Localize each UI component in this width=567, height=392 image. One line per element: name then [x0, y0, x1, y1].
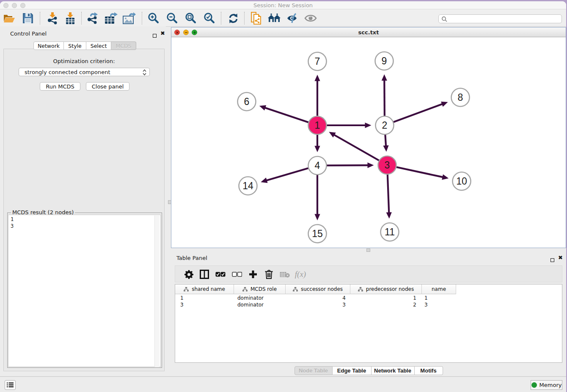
network-frame-titlebar[interactable]: scc.txt	[171, 28, 566, 37]
tab-node-table[interactable]: Node Table	[295, 366, 333, 375]
column-header-3[interactable]: predecessor nodes	[350, 284, 422, 294]
tab-network-table[interactable]: Network Table	[372, 366, 415, 375]
table-select-all-button[interactable]	[214, 268, 227, 281]
control-panel-close-button[interactable]: ✖	[160, 31, 165, 36]
control-panel: Control Panel ✖ Network Style Select MCD…	[0, 26, 166, 376]
table-cell[interactable]: 3	[180, 301, 234, 308]
horizontal-splitter-handle[interactable]	[366, 248, 370, 252]
edge-arrow-3-11	[386, 212, 392, 218]
node-label-2: 2	[382, 120, 388, 131]
zoom-fit-button[interactable]	[183, 11, 198, 26]
column-header-4[interactable]: name	[422, 284, 456, 294]
table-cell[interactable]: 4	[286, 295, 346, 301]
table-cell[interactable]: 3	[424, 301, 456, 308]
table-settings-button[interactable]	[182, 268, 195, 281]
zoom-in-button[interactable]	[146, 11, 161, 26]
edge-arrow-4-15	[314, 214, 320, 221]
table-deselect-all-button[interactable]	[230, 268, 244, 281]
table-tabs: Node Table Edge Table Network Table Moti…	[171, 366, 566, 375]
node-label-4: 4	[315, 160, 320, 171]
zoom-selected-button[interactable]	[201, 11, 217, 26]
tab-edge-table[interactable]: Edge Table	[333, 366, 372, 375]
open-folder-icon	[3, 13, 16, 24]
eye-slash-icon	[286, 13, 299, 24]
edge-arrow-1-7	[314, 75, 320, 81]
import-table-button[interactable]	[63, 11, 78, 26]
column-header-1[interactable]: MCDS role	[234, 284, 286, 294]
export-image-icon	[122, 12, 136, 25]
task-history-button[interactable]	[5, 380, 16, 390]
zoom-selected-icon	[203, 12, 215, 24]
show-panel-button[interactable]	[303, 11, 318, 26]
table-cell[interactable]: dominator	[237, 301, 286, 308]
edge-arrow-4-14	[261, 178, 267, 183]
gear-icon	[184, 270, 193, 279]
document-share-icon	[250, 12, 262, 25]
tab-select[interactable]: Select	[86, 41, 111, 50]
table-cell[interactable]: 1	[180, 295, 234, 301]
open-session-from-cloud-button[interactable]	[248, 11, 264, 26]
toolbar-separator	[244, 12, 245, 25]
node-label-9: 9	[382, 55, 387, 66]
control-panel-title: Control Panel	[10, 30, 47, 37]
close-panel-button[interactable]: Close panel	[86, 82, 129, 91]
table-panel-title: Table Panel	[176, 255, 207, 261]
export-table-icon	[104, 12, 118, 25]
table-toolbar: f(x)	[175, 265, 562, 282]
table-cell[interactable]: dominator	[237, 295, 286, 301]
column-header-label: predecessor nodes	[366, 286, 414, 292]
column-type-icon	[358, 287, 363, 292]
criterion-select[interactable]: strongly connected component	[19, 68, 150, 76]
export-network-button[interactable]	[85, 11, 100, 26]
memory-status-icon	[531, 382, 537, 388]
table-split-view-button[interactable]	[198, 268, 211, 281]
table-cell[interactable]: 1	[424, 295, 456, 301]
table-cell[interactable]: 2	[350, 301, 416, 308]
result-scrollbar[interactable]	[154, 215, 160, 367]
network-frame-title: scc.txt	[171, 29, 566, 36]
tab-mcds[interactable]: MCDS	[111, 41, 136, 50]
table-function-builder-button[interactable]: f(x)	[294, 268, 307, 281]
node-label-1: 1	[315, 120, 320, 131]
mcds-result-area[interactable]: 1 3	[8, 215, 161, 367]
column-header-label: shared name	[192, 286, 225, 292]
column-header-label: successor nodes	[301, 286, 343, 292]
open-file-button[interactable]	[2, 11, 17, 26]
table-delete-column-button[interactable]	[262, 268, 275, 281]
import-network-button[interactable]	[45, 11, 61, 26]
table-panel-close-button[interactable]: ✖	[558, 256, 563, 260]
save-icon	[22, 13, 33, 24]
column-header-0[interactable]: shared name	[175, 284, 234, 294]
control-panel-float-button[interactable]	[153, 31, 157, 39]
table-cell[interactable]: 1	[350, 295, 416, 301]
optimization-criterion-label: Optimization criterion:	[4, 58, 164, 64]
edge-arrow-1-2	[365, 122, 372, 128]
memory-button[interactable]: Memory	[531, 380, 562, 390]
double-house-icon	[267, 13, 281, 23]
network-canvas[interactable]: 1234678910111415	[171, 37, 566, 248]
mcds-result-group: MCDS result (2 nodes) 1 3	[7, 213, 162, 368]
refresh-button[interactable]	[226, 11, 241, 26]
export-image-button[interactable]	[121, 11, 137, 26]
column-header-2[interactable]: successor nodes	[286, 284, 350, 294]
toolbar-separator	[40, 12, 40, 25]
tab-style[interactable]: Style	[64, 41, 86, 50]
toolbar-separator	[221, 12, 221, 25]
tab-motifs[interactable]: Motifs	[415, 366, 443, 375]
node-label-8: 8	[458, 92, 463, 103]
save-session-button[interactable]	[20, 11, 36, 26]
table-panel-float-button[interactable]	[550, 256, 554, 264]
table-cell[interactable]: 3	[286, 301, 346, 308]
export-table-button[interactable]	[103, 11, 118, 26]
table-delete-table-button[interactable]	[278, 268, 292, 281]
column-header-label: name	[432, 286, 446, 292]
delete-table-icon	[280, 271, 290, 278]
home-button[interactable]	[267, 11, 282, 26]
search-input[interactable]	[447, 16, 561, 22]
run-mcds-button[interactable]: Run MCDS	[40, 82, 80, 91]
table-add-column-button[interactable]	[246, 268, 260, 281]
control-panel-titlebar: Control Panel ✖	[0, 26, 166, 41]
zoom-out-button[interactable]	[164, 11, 179, 26]
hide-panel-button[interactable]	[285, 11, 300, 26]
tab-network[interactable]: Network	[33, 41, 64, 50]
